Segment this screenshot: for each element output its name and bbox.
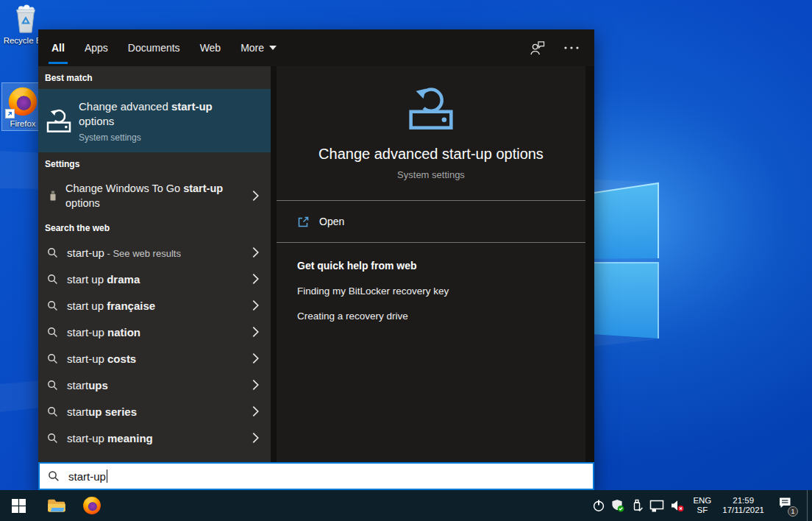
action-center-button[interactable]: 1 (777, 496, 797, 515)
search-icon (47, 274, 58, 285)
best-match-subtitle: System settings (79, 132, 223, 143)
time: 21:59 (722, 496, 764, 506)
open-label: Open (319, 216, 344, 227)
chevron-right-icon (252, 380, 259, 391)
windows-logo-icon (12, 499, 26, 513)
system-tray: ENG SF 21:59 17/11/2021 1 (592, 490, 812, 521)
suggestion-text: start-up costs (67, 352, 136, 365)
language-code: ENG (693, 496, 711, 506)
clock[interactable]: 21:59 17/11/2021 (719, 496, 767, 516)
chevron-right-icon (252, 353, 259, 364)
settings-result[interactable]: Change Windows To Go start-up options (38, 175, 271, 216)
text-caret (107, 469, 107, 483)
chevron-down-icon (269, 46, 277, 50)
section-settings: Settings (38, 152, 271, 175)
search-icon (47, 327, 58, 338)
chevron-right-icon (252, 274, 259, 285)
divider (277, 242, 585, 243)
chevron-right-icon (252, 300, 259, 311)
tab-apps[interactable]: Apps (85, 29, 108, 66)
start-button[interactable] (1, 490, 35, 521)
help-link-bitlocker[interactable]: Finding my BitLocker recovery key (297, 286, 565, 297)
firefox-icon (82, 496, 102, 515)
search-icon (47, 406, 58, 417)
suggestion-text: startup series (67, 405, 137, 418)
tab-web[interactable]: Web (200, 29, 221, 66)
feedback-person-icon[interactable] (529, 40, 546, 55)
chevron-right-icon (252, 327, 259, 338)
suggestion-text: start up française (67, 300, 155, 312)
keyboard-layout: SF (693, 506, 711, 515)
taskbar-file-explorer[interactable] (40, 490, 74, 521)
tab-more[interactable]: More (241, 29, 277, 66)
search-input[interactable]: start-up (38, 462, 594, 490)
open-external-icon (297, 216, 310, 228)
date: 17/11/2021 (722, 506, 764, 516)
preview-subtitle: System settings (397, 169, 465, 180)
advanced-startup-icon (46, 108, 71, 133)
section-best-match: Best match (38, 66, 271, 89)
search-flyout: All Apps Documents Web More Best match C… (38, 29, 594, 490)
web-suggestion[interactable]: start-up - See web results (38, 239, 271, 266)
chevron-right-icon (252, 247, 259, 258)
search-icon (47, 247, 58, 258)
web-suggestion[interactable]: start-up nation (38, 319, 271, 345)
power-tray-icon[interactable] (592, 499, 605, 512)
search-icon (48, 470, 60, 482)
search-icon (47, 433, 58, 444)
language-indicator[interactable]: ENG SF (691, 496, 713, 515)
search-icon (47, 380, 58, 391)
suggestion-text: start-up nation (67, 326, 140, 339)
suggestion-text: start up drama (67, 273, 140, 286)
divider (277, 200, 585, 201)
taskbar: ENG SF 21:59 17/11/2021 1 (0, 490, 812, 521)
search-tabs-bar: All Apps Documents Web More (38, 29, 594, 66)
web-suggestion[interactable]: startup series (38, 398, 271, 425)
help-link-recovery-drive[interactable]: Creating a recovery drive (297, 311, 565, 322)
notification-badge: 1 (788, 506, 798, 517)
tab-documents[interactable]: Documents (128, 29, 180, 66)
help-section-header: Get quick help from web (297, 260, 565, 272)
chevron-right-icon (252, 433, 259, 444)
search-input-value: start-up (68, 470, 106, 483)
safely-remove-hardware-icon[interactable] (630, 499, 644, 512)
settings-result-title: Change Windows To Go start-up options (65, 181, 226, 210)
firefox-label: Firefox (10, 119, 35, 128)
web-suggestion[interactable]: start up drama (38, 266, 271, 292)
section-search-the-web: Search the web (38, 216, 271, 239)
suggestion-text: start-up - See web results (67, 247, 181, 259)
results-list: Best match Change advanced start-up opti… (38, 66, 271, 462)
preview-title: Change advanced start-up options (318, 146, 544, 163)
best-match-title: Change advanced start-up options (79, 99, 223, 129)
search-icon (47, 353, 58, 364)
best-match-result[interactable]: Change advanced start-up options System … (38, 89, 271, 152)
windows-to-go-icon (47, 190, 59, 202)
preview-panel: Change advanced start-up options System … (277, 66, 585, 462)
network-icon[interactable] (649, 499, 664, 512)
windows-security-icon[interactable] (611, 499, 624, 512)
web-suggestion[interactable]: startups (38, 372, 271, 398)
suggestion-text: startups (67, 379, 108, 391)
web-suggestion[interactable]: start-up costs (38, 345, 271, 372)
chevron-right-icon (252, 406, 259, 417)
web-suggestion[interactable]: start up française (38, 292, 271, 319)
tab-all[interactable]: All (51, 29, 65, 66)
suggestion-text: start-up meaning (67, 432, 153, 444)
web-suggestion[interactable]: start-up meaning (38, 425, 271, 451)
more-options-ellipsis-icon[interactable] (563, 46, 580, 50)
taskbar-firefox[interactable] (75, 490, 109, 521)
open-action[interactable]: Open (277, 201, 585, 242)
chevron-right-icon (252, 191, 259, 202)
show-desktop-button[interactable] (807, 490, 809, 521)
advanced-startup-icon-large (408, 85, 454, 131)
volume-muted-icon[interactable] (670, 499, 685, 512)
search-icon (47, 300, 58, 311)
recycle-bin-icon (13, 4, 39, 34)
file-explorer-icon (47, 497, 66, 514)
shortcut-arrow-icon (5, 109, 15, 118)
